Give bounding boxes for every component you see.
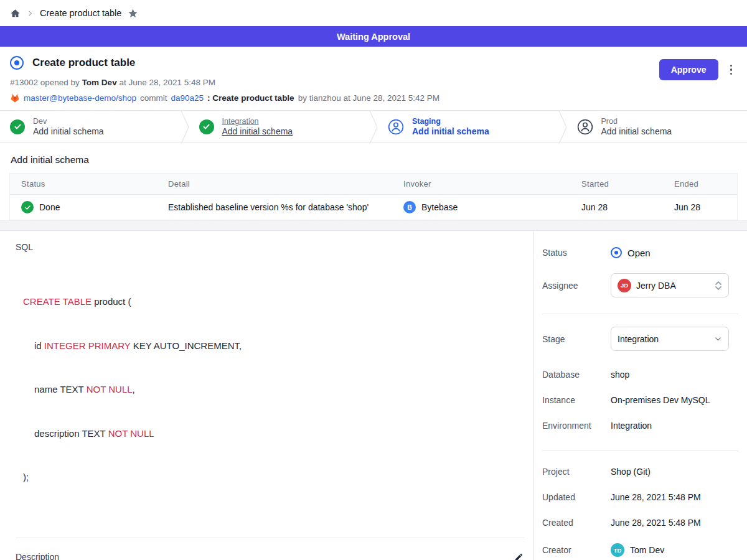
person-circle-icon bbox=[577, 119, 593, 135]
chevron-down-icon bbox=[714, 335, 722, 343]
created-value: June 28, 2021 5:48 PM bbox=[611, 518, 738, 528]
issue-detail-panel: SQL CREATE TABLE product ( id INTEGER PR… bbox=[0, 231, 534, 560]
environment-label: Environment bbox=[542, 421, 611, 431]
instance-label: Instance bbox=[542, 395, 611, 405]
issue-header: Create product table #13002 opened by To… bbox=[0, 47, 747, 110]
task-started-cell: Jun 28 bbox=[570, 196, 663, 218]
stage-row: Stage Integration bbox=[542, 327, 738, 351]
divider bbox=[542, 314, 738, 314]
stage-prod[interactable]: Prod Add initial schema bbox=[567, 111, 747, 142]
column-header-started: Started bbox=[570, 174, 663, 194]
stage-separator bbox=[181, 111, 189, 142]
task-invoker-cell: B Bytebase bbox=[392, 195, 570, 220]
section-divider-band bbox=[0, 220, 747, 230]
status-open-icon bbox=[611, 247, 622, 258]
creator-value: Tom Dev bbox=[630, 545, 664, 555]
column-header-detail: Detail bbox=[157, 174, 392, 194]
gitlab-icon bbox=[10, 93, 20, 103]
task-status-text: Done bbox=[39, 202, 60, 212]
updated-label: Updated bbox=[542, 492, 611, 502]
assignee-row: Assignee JD Jerry DBA bbox=[542, 273, 738, 297]
updated-value: June 28, 2021 5:48 PM bbox=[611, 492, 738, 502]
issue-number: #13002 opened by bbox=[10, 78, 80, 87]
sql-keyword: NOT NULL bbox=[87, 384, 133, 394]
project-value[interactable]: Shop (Git) bbox=[611, 467, 738, 477]
database-value[interactable]: shop bbox=[611, 370, 738, 380]
stage-value: Integration bbox=[618, 334, 709, 344]
breadcrumb: Create product table bbox=[0, 0, 747, 26]
sql-statement: CREATE TABLE product ( id INTEGER PRIMAR… bbox=[23, 265, 525, 514]
issue-title: Create product table bbox=[32, 57, 135, 69]
banner-text: Waiting Approval bbox=[337, 32, 410, 42]
divider bbox=[542, 450, 738, 451]
task-status-cell: Done bbox=[10, 195, 157, 220]
approve-button[interactable]: Approve bbox=[659, 59, 718, 80]
stage-staging[interactable]: Staging Add initial schema bbox=[378, 111, 558, 142]
check-circle-icon bbox=[10, 119, 25, 134]
stage-env-label: Prod bbox=[601, 117, 672, 126]
column-header-status: Status bbox=[10, 174, 157, 194]
vcs-commit-line: master@bytebase-demo/shop commit da90a25… bbox=[10, 93, 737, 103]
updown-chevron-icon bbox=[715, 281, 722, 291]
star-icon[interactable] bbox=[128, 8, 138, 19]
task-table: Status Detail Invoker Started Ended Done… bbox=[9, 173, 738, 220]
status-value: Open bbox=[627, 248, 651, 258]
stage-env-label: Staging bbox=[412, 117, 489, 126]
vcs-commit-message: : Create product table bbox=[207, 93, 294, 103]
jerry-avatar: JD bbox=[618, 279, 631, 292]
sql-text: ); bbox=[23, 472, 29, 482]
stage-select[interactable]: Integration bbox=[611, 327, 729, 351]
sql-text: , bbox=[133, 384, 135, 394]
instance-value[interactable]: On-premises Dev MySQL bbox=[611, 395, 738, 405]
edit-pencil-icon[interactable] bbox=[513, 551, 525, 560]
kebab-menu-icon[interactable] bbox=[728, 62, 735, 78]
home-icon[interactable] bbox=[10, 8, 21, 19]
stage-integration[interactable]: Integration Add initial schema bbox=[189, 111, 370, 142]
project-label: Project bbox=[542, 467, 611, 477]
bytebase-avatar: B bbox=[403, 201, 416, 213]
sql-line: CREATE TABLE product ( bbox=[23, 294, 525, 309]
stage-env-label: Dev bbox=[33, 117, 104, 126]
divider bbox=[16, 538, 525, 538]
assignee-label: Assignee bbox=[542, 281, 611, 291]
breadcrumb-chevron-icon bbox=[27, 10, 34, 17]
status-row: Status Open bbox=[542, 247, 738, 258]
sql-label: SQL bbox=[16, 242, 525, 252]
stage-dev[interactable]: Dev Add initial schema bbox=[0, 111, 181, 142]
task-table-header: Status Detail Invoker Started Ended bbox=[10, 174, 737, 195]
sql-text: id bbox=[34, 340, 44, 351]
vcs-commit-word: commit bbox=[140, 93, 167, 103]
task-detail-cell: Established baseline version %s for data… bbox=[157, 196, 392, 218]
task-section: Add initial schema Status Detail Invoker… bbox=[0, 143, 747, 220]
assignee-select[interactable]: JD Jerry DBA bbox=[611, 273, 729, 297]
person-circle-icon bbox=[388, 119, 404, 135]
task-section-heading: Add initial schema bbox=[11, 154, 738, 166]
issue-meta: #13002 opened by Tom Dev at June 28, 202… bbox=[10, 78, 737, 87]
updated-row: Updated June 28, 2021 5:48 PM bbox=[542, 492, 738, 502]
database-row: Database shop bbox=[542, 370, 738, 380]
vcs-branch-link[interactable]: master@bytebase-demo/shop bbox=[24, 93, 136, 103]
breadcrumb-page-title[interactable]: Create product table bbox=[40, 8, 121, 18]
tom-avatar: TD bbox=[611, 543, 624, 557]
description-label: Description bbox=[16, 552, 59, 560]
sql-line: id INTEGER PRIMARY KEY AUTO_INCREMENT, bbox=[23, 338, 525, 353]
vcs-commit-hash-link[interactable]: da90a25 bbox=[171, 93, 204, 103]
stage-task-label: Add initial schema bbox=[33, 126, 104, 136]
sql-keyword: CREATE TABLE bbox=[23, 296, 92, 307]
stage-task-label: Add initial schema bbox=[412, 126, 489, 136]
task-invoker-text: Bytebase bbox=[421, 202, 458, 212]
environment-value[interactable]: Integration bbox=[611, 421, 738, 431]
sql-line: ); bbox=[23, 470, 525, 485]
creator-label: Creator bbox=[542, 545, 611, 555]
database-label: Database bbox=[542, 370, 611, 380]
issue-opened-time: at June 28, 2021 5:48 PM bbox=[119, 78, 215, 87]
sql-keyword: NOT NULL bbox=[108, 428, 154, 439]
stage-separator bbox=[369, 111, 378, 142]
table-row[interactable]: Done Established baseline version %s for… bbox=[10, 195, 737, 220]
stage-env-label: Integration bbox=[222, 117, 293, 126]
check-circle-icon bbox=[21, 201, 34, 213]
column-header-invoker: Invoker bbox=[392, 174, 570, 194]
status-label: Status bbox=[542, 248, 611, 258]
sql-line: name TEXT NOT NULL, bbox=[23, 382, 525, 397]
sql-text: KEY AUTO_INCREMENT, bbox=[130, 340, 242, 351]
